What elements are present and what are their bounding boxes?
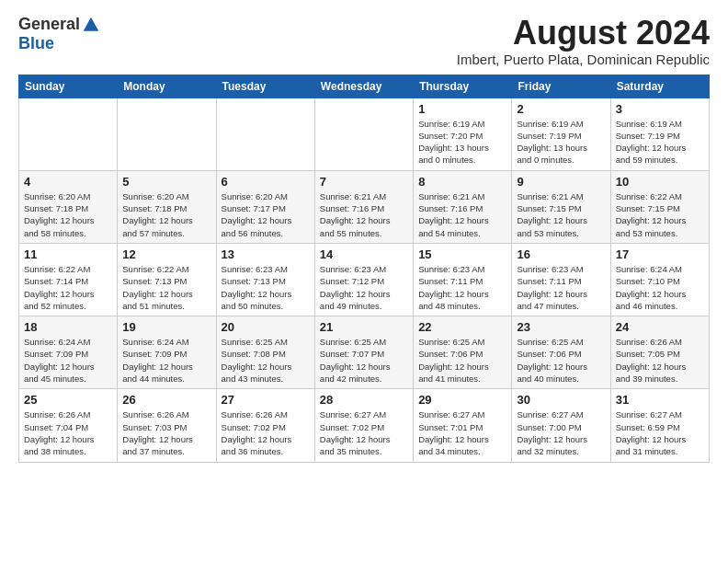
calendar-header-row: SundayMondayTuesdayWednesdayThursdayFrid…	[19, 75, 710, 98]
calendar-cell: 28Sunrise: 6:27 AM Sunset: 7:02 PM Dayli…	[314, 389, 413, 462]
calendar-header-saturday: Saturday	[610, 75, 709, 98]
logo-icon	[82, 16, 100, 34]
day-number: 17	[616, 247, 704, 261]
day-number: 4	[24, 175, 112, 189]
day-info: Sunrise: 6:22 AM Sunset: 7:15 PM Dayligh…	[616, 191, 687, 238]
day-number: 10	[616, 175, 704, 189]
day-info: Sunrise: 6:21 AM Sunset: 7:16 PM Dayligh…	[418, 191, 489, 238]
calendar-cell: 22Sunrise: 6:25 AM Sunset: 7:06 PM Dayli…	[414, 316, 512, 389]
calendar-header-friday: Friday	[512, 75, 610, 98]
day-info: Sunrise: 6:21 AM Sunset: 7:16 PM Dayligh…	[320, 191, 391, 238]
logo-blue: Blue	[18, 34, 54, 53]
day-number: 6	[222, 175, 310, 189]
day-info: Sunrise: 6:19 AM Sunset: 7:19 PM Dayligh…	[616, 119, 687, 166]
calendar-cell: 17Sunrise: 6:24 AM Sunset: 7:10 PM Dayli…	[610, 243, 709, 316]
day-info: Sunrise: 6:24 AM Sunset: 7:10 PM Dayligh…	[616, 264, 687, 311]
day-number: 7	[320, 175, 408, 189]
day-number: 3	[616, 102, 704, 116]
day-number: 8	[418, 175, 506, 189]
day-number: 27	[222, 393, 310, 407]
page-container: General Blue August 2024 Imbert, Puerto …	[0, 0, 728, 472]
day-info: Sunrise: 6:27 AM Sunset: 7:02 PM Dayligh…	[320, 409, 391, 456]
day-number: 11	[24, 247, 112, 261]
day-number: 24	[616, 320, 704, 334]
day-info: Sunrise: 6:24 AM Sunset: 7:09 PM Dayligh…	[24, 337, 95, 384]
calendar-header-wednesday: Wednesday	[314, 75, 413, 98]
day-number: 12	[122, 247, 210, 261]
day-number: 2	[517, 102, 605, 116]
day-info: Sunrise: 6:26 AM Sunset: 7:05 PM Dayligh…	[616, 337, 687, 384]
day-number: 25	[24, 393, 112, 407]
day-info: Sunrise: 6:21 AM Sunset: 7:15 PM Dayligh…	[517, 191, 587, 238]
calendar-cell: 30Sunrise: 6:27 AM Sunset: 7:00 PM Dayli…	[512, 389, 610, 462]
day-info: Sunrise: 6:19 AM Sunset: 7:20 PM Dayligh…	[418, 119, 489, 166]
day-info: Sunrise: 6:23 AM Sunset: 7:12 PM Dayligh…	[320, 264, 391, 311]
day-info: Sunrise: 6:25 AM Sunset: 7:06 PM Dayligh…	[517, 337, 587, 384]
day-number: 5	[122, 175, 210, 189]
calendar-cell	[216, 98, 314, 170]
day-number: 19	[122, 320, 210, 334]
day-info: Sunrise: 6:22 AM Sunset: 7:14 PM Dayligh…	[24, 264, 95, 311]
logo: General Blue	[18, 15, 100, 53]
calendar-cell: 5Sunrise: 6:20 AM Sunset: 7:18 PM Daylig…	[118, 170, 216, 243]
day-number: 20	[222, 320, 310, 334]
calendar-cell: 12Sunrise: 6:22 AM Sunset: 7:13 PM Dayli…	[118, 243, 216, 316]
location-title: Imbert, Puerto Plata, Dominican Republic	[457, 52, 710, 67]
day-info: Sunrise: 6:23 AM Sunset: 7:11 PM Dayligh…	[418, 264, 489, 311]
calendar-cell: 16Sunrise: 6:23 AM Sunset: 7:11 PM Dayli…	[512, 243, 610, 316]
calendar-cell	[19, 98, 118, 170]
calendar-cell: 10Sunrise: 6:22 AM Sunset: 7:15 PM Dayli…	[610, 170, 709, 243]
calendar-cell: 7Sunrise: 6:21 AM Sunset: 7:16 PM Daylig…	[314, 170, 413, 243]
calendar-week-4: 25Sunrise: 6:26 AM Sunset: 7:04 PM Dayli…	[19, 389, 710, 462]
calendar-cell: 26Sunrise: 6:26 AM Sunset: 7:03 PM Dayli…	[118, 389, 216, 462]
calendar-cell: 21Sunrise: 6:25 AM Sunset: 7:07 PM Dayli…	[314, 316, 413, 389]
day-number: 1	[418, 102, 506, 116]
day-info: Sunrise: 6:25 AM Sunset: 7:08 PM Dayligh…	[222, 337, 292, 384]
calendar-header-tuesday: Tuesday	[216, 75, 314, 98]
calendar-cell: 14Sunrise: 6:23 AM Sunset: 7:12 PM Dayli…	[314, 243, 413, 316]
day-info: Sunrise: 6:19 AM Sunset: 7:19 PM Dayligh…	[517, 119, 587, 166]
day-number: 31	[616, 393, 704, 407]
title-section: August 2024 Imbert, Puerto Plata, Domini…	[457, 15, 710, 67]
calendar-cell: 27Sunrise: 6:26 AM Sunset: 7:02 PM Dayli…	[216, 389, 314, 462]
day-info: Sunrise: 6:26 AM Sunset: 7:03 PM Dayligh…	[122, 409, 193, 456]
calendar-table: SundayMondayTuesdayWednesdayThursdayFrid…	[18, 75, 710, 463]
day-number: 18	[24, 320, 112, 334]
day-info: Sunrise: 6:23 AM Sunset: 7:11 PM Dayligh…	[517, 264, 587, 311]
day-info: Sunrise: 6:22 AM Sunset: 7:13 PM Dayligh…	[122, 264, 193, 311]
day-info: Sunrise: 6:27 AM Sunset: 7:00 PM Dayligh…	[517, 409, 587, 456]
calendar-week-1: 4Sunrise: 6:20 AM Sunset: 7:18 PM Daylig…	[19, 170, 710, 243]
calendar-cell: 6Sunrise: 6:20 AM Sunset: 7:17 PM Daylig…	[216, 170, 314, 243]
calendar-cell: 29Sunrise: 6:27 AM Sunset: 7:01 PM Dayli…	[414, 389, 512, 462]
day-number: 26	[122, 393, 210, 407]
day-info: Sunrise: 6:24 AM Sunset: 7:09 PM Dayligh…	[122, 337, 193, 384]
calendar-cell: 9Sunrise: 6:21 AM Sunset: 7:15 PM Daylig…	[512, 170, 610, 243]
logo-text: General	[18, 15, 100, 34]
day-number: 28	[320, 393, 408, 407]
calendar-cell: 2Sunrise: 6:19 AM Sunset: 7:19 PM Daylig…	[512, 98, 610, 170]
day-number: 15	[418, 247, 506, 261]
calendar-cell	[314, 98, 413, 170]
day-number: 30	[517, 393, 605, 407]
calendar-header-monday: Monday	[118, 75, 216, 98]
calendar-cell: 3Sunrise: 6:19 AM Sunset: 7:19 PM Daylig…	[610, 98, 709, 170]
day-info: Sunrise: 6:26 AM Sunset: 7:04 PM Dayligh…	[24, 409, 95, 456]
day-info: Sunrise: 6:27 AM Sunset: 6:59 PM Dayligh…	[616, 409, 687, 456]
logo-general: General	[18, 15, 80, 34]
day-info: Sunrise: 6:26 AM Sunset: 7:02 PM Dayligh…	[222, 409, 292, 456]
calendar-cell: 15Sunrise: 6:23 AM Sunset: 7:11 PM Dayli…	[414, 243, 512, 316]
day-info: Sunrise: 6:20 AM Sunset: 7:17 PM Dayligh…	[222, 191, 292, 238]
calendar-cell: 24Sunrise: 6:26 AM Sunset: 7:05 PM Dayli…	[610, 316, 709, 389]
day-number: 21	[320, 320, 408, 334]
calendar-week-3: 18Sunrise: 6:24 AM Sunset: 7:09 PM Dayli…	[19, 316, 710, 389]
calendar-cell: 25Sunrise: 6:26 AM Sunset: 7:04 PM Dayli…	[19, 389, 118, 462]
calendar-cell: 19Sunrise: 6:24 AM Sunset: 7:09 PM Dayli…	[118, 316, 216, 389]
calendar-week-0: 1Sunrise: 6:19 AM Sunset: 7:20 PM Daylig…	[19, 98, 710, 170]
day-number: 22	[418, 320, 506, 334]
day-number: 13	[222, 247, 310, 261]
day-info: Sunrise: 6:25 AM Sunset: 7:06 PM Dayligh…	[418, 337, 489, 384]
calendar-header-sunday: Sunday	[19, 75, 118, 98]
calendar-cell: 8Sunrise: 6:21 AM Sunset: 7:16 PM Daylig…	[414, 170, 512, 243]
day-number: 14	[320, 247, 408, 261]
calendar-week-2: 11Sunrise: 6:22 AM Sunset: 7:14 PM Dayli…	[19, 243, 710, 316]
